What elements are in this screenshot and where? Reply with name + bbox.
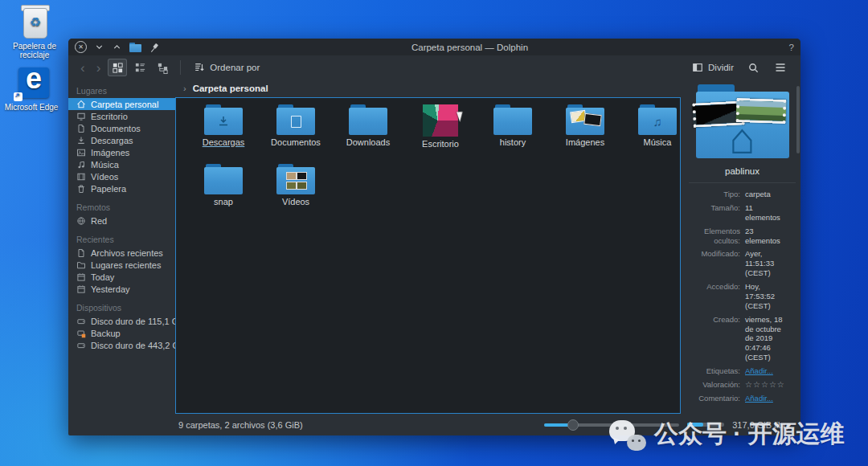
- selection-summary: 9 carpetas, 2 archivos (3,6 GiB): [178, 420, 303, 430]
- file-item-escritorio[interactable]: Escritorio: [404, 104, 477, 157]
- view-details-button[interactable]: [153, 59, 172, 76]
- sidebar-item-yesterday[interactable]: Yesterday: [68, 283, 175, 295]
- split-view-icon: [692, 62, 703, 73]
- toolbar-separator: [180, 60, 181, 75]
- information-panel: ⌂ pablinux Tipo: carpeta Tamaño: 11 elem…: [681, 80, 800, 414]
- menu-button[interactable]: [768, 61, 792, 74]
- file-item-descargas[interactable]: Descargas: [187, 104, 260, 157]
- detail-label: Modificado:: [687, 249, 740, 278]
- split-button[interactable]: Dividir: [687, 62, 739, 73]
- sidebar-item-label: Carpeta personal: [91, 100, 158, 109]
- add-tags-link[interactable]: Añadir...: [745, 366, 790, 376]
- folder-icon: [276, 104, 315, 135]
- sort-by-label: Ordenar por: [210, 63, 260, 72]
- home-icon: [76, 100, 86, 109]
- close-button[interactable]: ✕: [75, 41, 87, 53]
- sidebar-item-disco-443[interactable]: Disco duro de 443,2 GiB: [68, 339, 175, 351]
- file-label: Descargas: [187, 137, 260, 147]
- sidebar-item-imagenes[interactable]: Imágenes: [68, 146, 175, 158]
- watermark-text: 公众号 · 开源运维: [654, 418, 845, 451]
- detail-label: Creado:: [687, 315, 740, 362]
- harddisk-icon: [76, 317, 86, 326]
- zoom-slider-handle[interactable]: [567, 419, 579, 431]
- desktop: Papelera de reciclaje Microsoft Edge ✕ C…: [0, 0, 868, 466]
- file-item-history[interactable]: history: [477, 104, 549, 157]
- file-view[interactable]: Descargas Documentos Downloads Escr: [175, 97, 681, 414]
- desktop-icon-recycle-bin[interactable]: Papelera de reciclaje: [3, 5, 66, 59]
- file-item-videos[interactable]: Vídeos: [260, 164, 332, 217]
- file-item-downloads[interactable]: Downloads: [332, 104, 404, 157]
- network-icon: [76, 216, 86, 226]
- sidebar-item-label: Papelera: [91, 184, 126, 194]
- sidebar-item-label: Vídeos: [91, 172, 118, 182]
- sidebar-item-disco-115[interactable]: Disco duro de 115,1 GiB: [68, 315, 175, 327]
- trash-icon: [76, 184, 86, 194]
- folder-icon: [566, 104, 604, 135]
- add-comment-link[interactable]: Añadir...: [745, 394, 790, 403]
- sort-icon: [194, 62, 205, 73]
- sidebar-item-papelera[interactable]: Papelera: [68, 182, 175, 194]
- file-item-documentos[interactable]: Documentos: [260, 104, 332, 157]
- sort-by-button[interactable]: Ordenar por: [189, 62, 264, 73]
- folder-icon: [349, 104, 387, 135]
- window-folder-icon: [129, 43, 141, 52]
- wechat-icon: [609, 419, 646, 451]
- folder-icon: [204, 104, 243, 135]
- breadcrumb-chevron-icon[interactable]: ›: [183, 84, 186, 93]
- minimize-icon[interactable]: [94, 42, 104, 52]
- maximize-icon[interactable]: [112, 42, 122, 52]
- help-button[interactable]: ?: [781, 43, 794, 52]
- detail-label: Etiquetas:: [687, 366, 740, 376]
- sidebar-item-label: Lugares recientes: [91, 260, 161, 270]
- document-emblem-icon: [291, 116, 301, 128]
- recent-places-icon: [76, 260, 86, 270]
- detail-value-ocultos: 23 elementos: [745, 227, 790, 246]
- sidebar-item-descargas[interactable]: Descargas: [68, 134, 175, 146]
- desktop-preview-icon: [423, 104, 458, 137]
- video-thumbnails: [286, 172, 305, 190]
- sidebar-item-label: Escritorio: [91, 112, 128, 121]
- desktop-icon-edge[interactable]: Microsoft Edge: [0, 66, 63, 112]
- edge-label: Microsoft Edge: [0, 103, 63, 112]
- breadcrumb-label[interactable]: Carpeta personal: [193, 84, 268, 93]
- forward-button[interactable]: ›: [92, 61, 105, 75]
- sidebar-item-documentos[interactable]: Documentos: [68, 122, 175, 134]
- sidebar-item-musica[interactable]: Música: [68, 158, 175, 170]
- file-item-imagenes[interactable]: Imágenes: [549, 104, 621, 157]
- icons-view-icon: [112, 62, 124, 74]
- view-icons-button[interactable]: [108, 59, 127, 76]
- split-label: Dividir: [708, 63, 734, 72]
- sidebar-item-archivos-recientes[interactable]: Archivos recientes: [68, 247, 175, 259]
- titlebar[interactable]: ✕ Carpeta personal — Dolphin ?: [68, 39, 800, 55]
- folder-icon: [276, 164, 315, 194]
- sidebar-item-red[interactable]: Red: [68, 215, 175, 227]
- rating-stars[interactable]: ☆☆☆☆☆: [745, 380, 790, 390]
- search-button[interactable]: [742, 62, 765, 74]
- home-folder-preview-icon: ⌂: [696, 84, 789, 158]
- sidebar-item-carpeta-personal[interactable]: Carpeta personal: [68, 98, 175, 110]
- file-item-musica[interactable]: ♫ Música: [621, 104, 681, 157]
- music-emblem-icon: ♫: [653, 115, 661, 129]
- hamburger-icon: [774, 61, 787, 74]
- detail-value-tipo: carpeta: [745, 190, 790, 199]
- watermark: 公众号 · 开源运维: [609, 418, 845, 451]
- sidebar-item-today[interactable]: Today: [68, 271, 175, 283]
- sidebar-item-backup[interactable]: Backup: [68, 327, 175, 339]
- places-panel: Lugares Carpeta personal Escritorio Docu…: [68, 80, 175, 414]
- sidebar-item-escritorio[interactable]: Escritorio: [68, 110, 175, 122]
- detail-label: Valoración:: [687, 380, 740, 390]
- back-button[interactable]: ‹: [76, 61, 89, 75]
- sidebar-item-videos[interactable]: Vídeos: [68, 170, 175, 182]
- detail-label: Comentario:: [687, 394, 740, 403]
- backup-drive-icon: [76, 329, 86, 338]
- sidebar-item-lugares-recientes[interactable]: Lugares recientes: [68, 259, 175, 271]
- section-header-dispositivos: Dispositivos: [68, 300, 175, 315]
- info-panel-scrollbar[interactable]: [796, 86, 800, 153]
- shortcut-arrow-icon: [14, 92, 23, 101]
- view-compact-button[interactable]: [130, 59, 149, 76]
- harddisk-icon: [76, 341, 86, 350]
- recent-files-icon: [76, 248, 86, 258]
- download-icon: [76, 136, 86, 145]
- breadcrumb[interactable]: › Carpeta personal: [175, 80, 681, 97]
- file-item-snap[interactable]: snap: [187, 164, 260, 217]
